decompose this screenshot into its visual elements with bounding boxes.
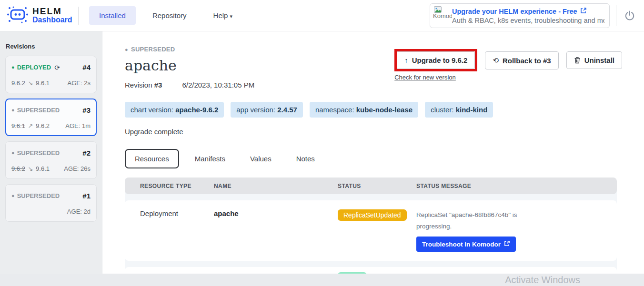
revision-card-1[interactable]: ● SUPERSEDED #1 AGE: 2d <box>5 184 97 222</box>
new-version: 9.6.1 <box>36 79 50 87</box>
column-header-status-message: STATUS MESSAGE <box>416 183 617 189</box>
revision-age: AGE: 2s <box>68 79 91 87</box>
helm-logo-icon <box>7 5 29 27</box>
komodor-broken-image: Komodor <box>433 5 452 26</box>
detail-tabs: Resources Manifests Values Notes <box>125 149 636 168</box>
status-dot-icon: ● <box>11 108 15 113</box>
power-icon[interactable] <box>624 10 635 21</box>
revision-card-4[interactable]: ● DEPLOYED ⟳ #4 9.6.2 ↘ 9.6.1 AGE: 2s <box>5 56 97 93</box>
help-label: Help <box>213 11 228 20</box>
revision-number: #3 <box>82 106 91 114</box>
badge-value: kind-kind <box>456 106 488 114</box>
status-dot-icon: ● <box>11 150 15 156</box>
broken-image-icon <box>434 6 442 13</box>
column-header-resource-type: RESOURCE TYPE <box>140 183 214 189</box>
release-badges: chart version: apache-9.6.2 app version:… <box>125 102 636 118</box>
revisions-title: Revisions <box>6 43 97 50</box>
old-version: 9.6.2 <box>11 165 25 172</box>
badge-value: 2.4.57 <box>277 106 297 114</box>
status-label: SUPERSEDED <box>17 192 60 199</box>
troubleshoot-label: Troubleshoot in Komodor <box>422 241 501 248</box>
tab-notes[interactable]: Notes <box>287 150 324 168</box>
banner-title: Upgrade your HELM experience - Free <box>452 7 604 15</box>
new-version: 9.6.2 <box>36 122 50 129</box>
trend-down-icon: ↘ <box>28 79 33 87</box>
resource-type-cell: Deployment <box>140 209 214 217</box>
revision-age: AGE: 2d <box>67 208 91 215</box>
top-navigation-bar: HELM Dashboard Installed Repository Help… <box>0 0 644 31</box>
check-new-version-link[interactable]: Check for new version <box>394 74 477 81</box>
refresh-icon: ⟳ <box>54 64 60 71</box>
badge-label: cluster: <box>431 106 456 114</box>
status-label: SUPERSEDED <box>17 149 60 157</box>
power-divider <box>616 5 616 26</box>
trend-up-icon: ↗ <box>28 122 33 129</box>
revision-status: ● SUPERSEDED <box>11 149 60 157</box>
troubleshoot-komodor-button[interactable]: Troubleshoot in Komodor <box>416 237 516 252</box>
upgrade-button[interactable]: ↑ Upgrade to 9.6.2 <box>397 51 475 69</box>
revisions-sidebar: Revisions ● DEPLOYED ⟳ #4 9.6.2 ↘ 9.6.1 … <box>0 31 102 274</box>
tab-resources[interactable]: Resources <box>125 149 179 168</box>
uninstall-label: Uninstall <box>584 56 614 64</box>
upgrade-label: Upgrade to 9.6.2 <box>412 56 468 64</box>
old-version: 9.6.1 <box>11 122 25 129</box>
status-message-cell: ReplicaSet "apache-68fb867c4b" is progre… <box>416 209 617 252</box>
badge-label: app version: <box>236 106 277 114</box>
release-description: Upgrade complete <box>125 128 636 136</box>
status-label: SUPERSEDED <box>17 107 60 114</box>
up-arrow-icon: ↑ <box>404 56 408 64</box>
revision-age: AGE: 26s <box>64 165 91 172</box>
revision-number: #2 <box>82 149 91 157</box>
new-version: 9.6.1 <box>36 165 50 172</box>
table-header-row: RESOURCE TYPE NAME STATUS STATUS MESSAGE <box>125 178 617 194</box>
status-dot-icon: ● <box>11 193 15 198</box>
logo-text: HELM Dashboard <box>32 7 72 24</box>
revision-number: #3 <box>154 81 162 89</box>
table-row: Deployment apache ReplicaSetUpdated Repl… <box>125 200 617 261</box>
message-line-1: ReplicaSet "apache-68fb867c4b" is <box>416 209 617 221</box>
annotation-red-box: ↑ Upgrade to 9.6.2 <box>394 49 477 71</box>
revision-card-2[interactable]: ● SUPERSEDED #2 9.6.2 ↘ 9.6.1 AGE: 26s <box>5 141 97 179</box>
revision-label: Revision #3 <box>125 81 162 89</box>
logo-line-helm: HELM <box>32 7 72 16</box>
resource-status-cell: ReplicaSetUpdated <box>338 209 416 221</box>
trash-icon <box>574 57 581 64</box>
komodor-upgrade-banner[interactable]: Komodor Upgrade your HELM experience - F… <box>430 3 610 28</box>
app-version-badge: app version: 2.4.57 <box>231 102 303 118</box>
status-badge: ReplicaSetUpdated <box>338 209 407 221</box>
resource-name-cell: apache <box>214 209 338 217</box>
nav-tab-help[interactable]: Help▾ <box>203 6 242 25</box>
revision-status: ● DEPLOYED ⟳ <box>11 64 60 71</box>
status-label: DEPLOYED <box>17 64 51 71</box>
external-link-icon <box>580 7 587 15</box>
rollback-icon: ⟲ <box>493 56 499 65</box>
broken-image-alt-text: Komodor <box>433 12 452 20</box>
cluster-badge: cluster: kind-kind <box>425 102 493 118</box>
version-change: 9.6.2 ↘ 9.6.1 <box>11 165 50 172</box>
rollback-label: Rollback to #3 <box>503 57 551 65</box>
uninstall-button[interactable]: Uninstall <box>566 51 622 69</box>
footer-strip: Activate Windows <box>0 274 644 286</box>
nav-tab-installed[interactable]: Installed <box>89 6 136 25</box>
version-change: 9.6.2 ↘ 9.6.1 <box>11 79 50 87</box>
tab-values[interactable]: Values <box>241 150 281 168</box>
namespace-badge: namespace: kube-node-lease <box>310 102 418 118</box>
banner-text: Upgrade your HELM experience - Free Auth… <box>452 7 604 24</box>
status-dot-icon: ● <box>125 47 128 52</box>
helm-dashboard-logo[interactable]: HELM Dashboard <box>0 5 76 27</box>
tab-manifests[interactable]: Manifests <box>186 150 234 168</box>
release-actions: ↑ Upgrade to 9.6.2 Check for new version… <box>394 51 622 81</box>
trend-down-icon: ↘ <box>28 165 33 172</box>
release-datetime: 6/2/2023, 10:31:05 PM <box>182 81 254 89</box>
revision-age: AGE: 1m <box>65 122 91 129</box>
nav-tab-repository[interactable]: Repository <box>142 6 197 25</box>
status-message-text: ReplicaSet "apache-68fb867c4b" is progre… <box>416 209 617 232</box>
badge-value: apache-9.6.2 <box>175 106 218 114</box>
rollback-button[interactable]: ⟲ Rollback to #3 <box>485 51 558 69</box>
revision-number: #1 <box>82 192 91 200</box>
banner-subtitle: Auth & RBAC, k8s events, troubleshooting… <box>452 17 604 24</box>
revision-card-3[interactable]: ● SUPERSEDED #3 9.6.1 ↗ 9.6.2 AGE: 1m <box>5 99 97 136</box>
resources-table: RESOURCE TYPE NAME STATUS STATUS MESSAGE… <box>125 178 617 286</box>
version-change: 9.6.1 ↗ 9.6.2 <box>11 122 50 129</box>
column-header-name: NAME <box>214 183 338 189</box>
